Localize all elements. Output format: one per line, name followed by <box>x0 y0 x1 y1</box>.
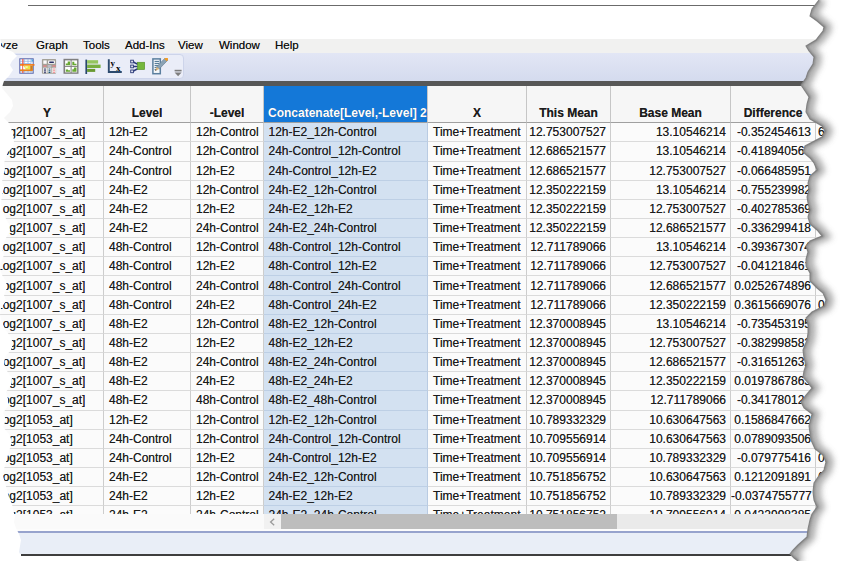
svg-text:x: x <box>116 63 121 73</box>
svg-text:y: y <box>111 58 116 68</box>
